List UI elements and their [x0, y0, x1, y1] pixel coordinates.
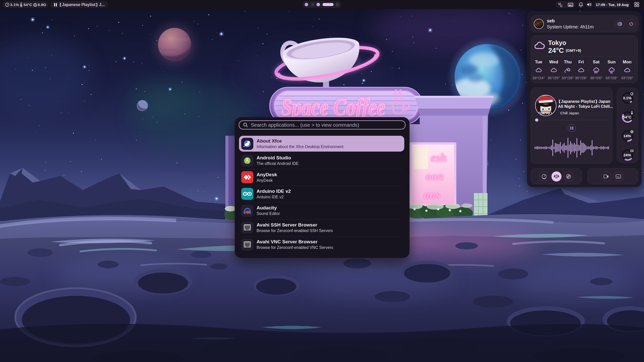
svg-text:C: C: [560, 4, 563, 8]
svg-text:ans: ans: [424, 188, 440, 201]
svg-text:esh: esh: [431, 151, 447, 164]
svg-text:oon: oon: [426, 170, 444, 183]
svg-text:24%: 24%: [623, 153, 631, 157]
svg-text:14%: 14%: [623, 134, 631, 138]
svg-text:54°C: 54°C: [623, 115, 631, 119]
svg-text:Space Coffee: Space Coffee: [281, 94, 385, 120]
svg-text:3.1%: 3.1%: [623, 96, 631, 100]
